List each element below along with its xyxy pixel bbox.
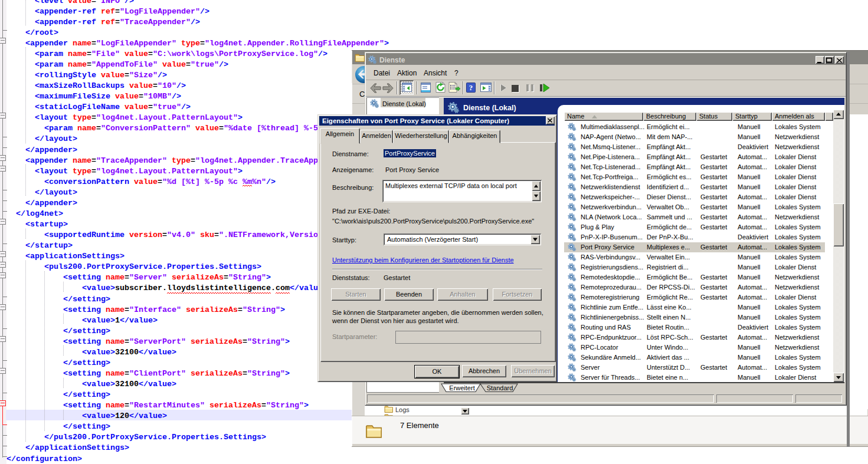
svg-text:?: ?: [469, 83, 473, 92]
svg-text:Standard: Standard: [487, 384, 513, 391]
svg-text:Erweitert: Erweitert: [449, 384, 474, 391]
